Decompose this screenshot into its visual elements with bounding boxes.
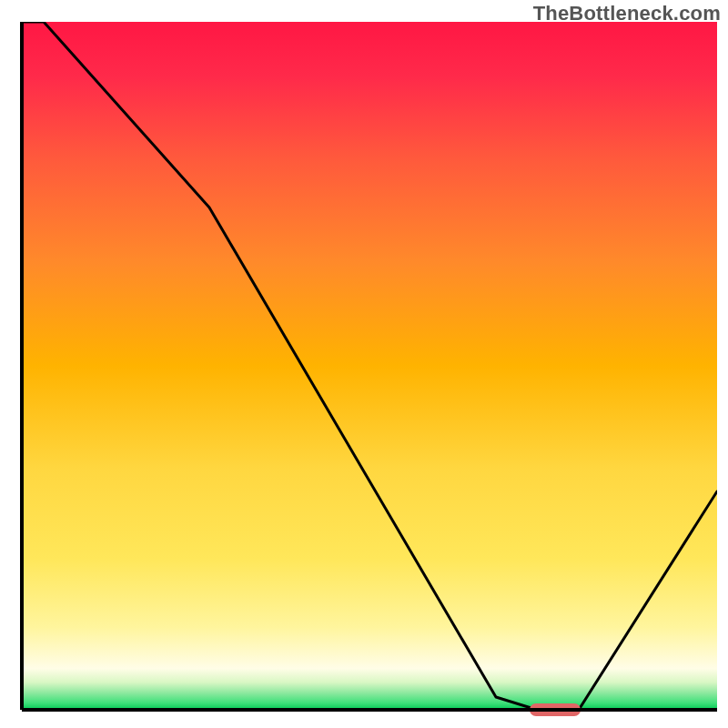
chart-svg: [0, 0, 728, 728]
chart-container: TheBottleneck.com: [0, 0, 728, 728]
plot-background: [22, 22, 717, 710]
